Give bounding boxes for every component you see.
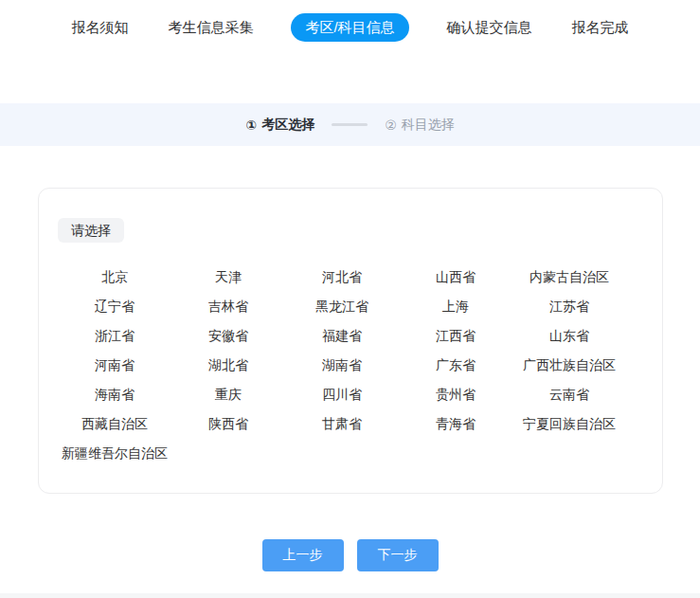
province-option[interactable]: 湖南省 xyxy=(285,351,399,380)
province-option[interactable]: 湖北省 xyxy=(171,351,285,380)
province-option[interactable]: 广东省 xyxy=(399,351,512,380)
wizard-actions: 上一步 下一步 xyxy=(0,539,700,571)
tab-label: 考区/科目信息 xyxy=(305,19,394,35)
step-indicator-band: ① 考区选择 ② 科目选择 xyxy=(0,103,700,146)
tab-label: 报名须知 xyxy=(71,19,128,35)
province-option[interactable]: 河北省 xyxy=(285,263,399,292)
next-step-button[interactable]: 下一步 xyxy=(357,539,439,571)
registration-steps-tabbar: 报名须知 考生信息采集 考区/科目信息 确认提交信息 报名完成 xyxy=(0,0,700,43)
province-option[interactable]: 广西壮族自治区 xyxy=(512,351,626,380)
province-option[interactable]: 新疆维吾尔自治区 xyxy=(58,439,171,468)
step-label: 科目选择 xyxy=(402,117,455,134)
step-area-select: ① 考区选择 xyxy=(245,117,314,134)
province-option[interactable]: 海南省 xyxy=(58,380,171,409)
province-option[interactable]: 辽宁省 xyxy=(58,292,171,321)
province-option[interactable]: 甘肃省 xyxy=(285,409,399,439)
tab-item[interactable]: 确认提交信息 xyxy=(445,13,534,42)
tab-item[interactable]: 报名须知 xyxy=(69,13,130,42)
province-option[interactable]: 北京 xyxy=(58,263,171,292)
province-grid: 北京 天津 河北省 山西省 内蒙古自治区 辽宁省 吉林省 黑龙江省 上海 江苏省… xyxy=(58,263,626,468)
province-option[interactable]: 天津 xyxy=(171,263,285,292)
province-option[interactable]: 宁夏回族自治区 xyxy=(512,409,626,439)
province-option[interactable]: 青海省 xyxy=(399,409,512,439)
footer-strip xyxy=(0,593,700,598)
province-option[interactable]: 浙江省 xyxy=(58,321,171,351)
tab-label: 确认提交信息 xyxy=(447,19,532,35)
province-option[interactable]: 江西省 xyxy=(399,321,512,351)
exam-area-selection-card: 请选择 北京 天津 河北省 山西省 内蒙古自治区 辽宁省 吉林省 黑龙江省 上海… xyxy=(38,188,663,494)
province-option[interactable]: 内蒙古自治区 xyxy=(512,263,626,292)
province-option[interactable]: 西藏自治区 xyxy=(58,409,171,439)
please-select-tag: 请选择 xyxy=(58,218,124,243)
prev-step-button[interactable]: 上一步 xyxy=(262,539,344,571)
step-label: 考区选择 xyxy=(261,117,314,134)
province-option[interactable]: 云南省 xyxy=(512,380,626,409)
province-option[interactable]: 江苏省 xyxy=(512,292,626,321)
province-option[interactable]: 福建省 xyxy=(285,321,399,351)
tab-item[interactable]: 报名完成 xyxy=(570,13,631,42)
province-option[interactable]: 黑龙江省 xyxy=(285,292,399,321)
province-option[interactable]: 上海 xyxy=(399,292,512,321)
province-option[interactable]: 贵州省 xyxy=(399,380,512,409)
tab-label: 报名完成 xyxy=(572,19,629,35)
step-number-icon: ① xyxy=(245,118,257,133)
step-number-icon: ② xyxy=(385,118,397,133)
province-option[interactable]: 河南省 xyxy=(58,351,171,380)
tab-item[interactable]: 考生信息采集 xyxy=(166,13,255,42)
province-option[interactable]: 四川省 xyxy=(285,380,399,409)
step-subject-select: ② 科目选择 xyxy=(385,117,455,134)
step-divider-line xyxy=(332,123,368,126)
province-option[interactable]: 山东省 xyxy=(512,321,626,351)
province-option[interactable]: 重庆 xyxy=(171,380,285,409)
province-option[interactable]: 陕西省 xyxy=(171,409,285,439)
province-option[interactable]: 山西省 xyxy=(399,263,512,292)
tab-label: 考生信息采集 xyxy=(168,19,253,35)
province-option[interactable]: 安徽省 xyxy=(171,321,285,351)
province-option[interactable]: 吉林省 xyxy=(171,292,285,321)
tab-item[interactable]: 考区/科目信息 xyxy=(291,13,408,42)
